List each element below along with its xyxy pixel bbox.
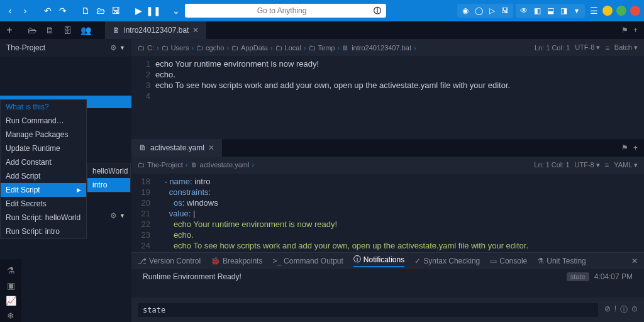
- close-panel-icon[interactable]: ✕: [631, 257, 638, 265]
- indent-icon[interactable]: ≡: [605, 44, 609, 52]
- cursor-position[interactable]: Ln: 1 Col: 1: [534, 161, 569, 169]
- encoding[interactable]: UTF-8 ▾: [575, 43, 600, 52]
- ctx-manage-packages[interactable]: Manage Packages: [1, 128, 86, 142]
- ctx-what-is-this[interactable]: What is this?: [1, 100, 86, 114]
- bottom-tab-version-control[interactable]: ⎇ Version Control: [138, 257, 201, 265]
- database-icon[interactable]: 🗄: [63, 25, 72, 35]
- bottom-tab-unit-testing[interactable]: ⚗ Unit Testing: [537, 257, 586, 265]
- editor-1[interactable]: 1echo Your runtime environment is now re…: [131, 56, 644, 138]
- ctx-run-helloworld[interactable]: Run Script: helloWorld: [1, 211, 86, 225]
- settings-icon[interactable]: ⊙: [631, 304, 638, 315]
- flag-icon[interactable]: ⚑: [621, 143, 628, 152]
- code-line[interactable]: 3echo To see how scripts work and add yo…: [131, 80, 644, 91]
- bottom-panel-tabs: ⎇ Version Control🐞 Breakpoints>_ Command…: [131, 252, 644, 269]
- bottom-tab-notifications[interactable]: ⓘ Notifications: [353, 254, 404, 267]
- chevron-down-icon[interactable]: ▼: [119, 213, 125, 219]
- crumb[interactable]: C:: [147, 44, 154, 52]
- encoding[interactable]: UTF-8 ▾: [575, 161, 600, 169]
- info-icon[interactable]: ⓘ: [620, 304, 628, 315]
- gear-icon[interactable]: ⚙: [110, 43, 117, 52]
- tab-intro-bat[interactable]: 🗎 intro240123407.bat ✕: [105, 21, 206, 39]
- code-line[interactable]: 18 - name: intro: [131, 176, 644, 187]
- record-icon[interactable]: ◉: [460, 5, 471, 16]
- gear-icon[interactable]: ⚙: [110, 211, 117, 220]
- play-macro-icon[interactable]: ▷: [486, 5, 497, 16]
- back-icon[interactable]: ‹: [4, 4, 16, 17]
- code-icon[interactable]: 🗎: [45, 25, 54, 35]
- maximize-icon[interactable]: [616, 6, 626, 16]
- submenu-intro[interactable]: intro: [87, 178, 130, 192]
- cursor-position[interactable]: Ln: 1 Col: 1: [535, 44, 570, 52]
- panel-right-icon[interactable]: ◨: [558, 5, 569, 16]
- minimize-icon[interactable]: [602, 6, 613, 16]
- stop-record-icon[interactable]: ◯: [473, 5, 484, 16]
- submenu-helloworld[interactable]: helloWorld: [87, 164, 130, 178]
- command-input[interactable]: [138, 303, 598, 317]
- indent-icon[interactable]: ≡: [605, 161, 609, 169]
- menu-icon[interactable]: ☰: [587, 4, 600, 17]
- tab-bar: + 🗁 🗎 🗄 👥 🗎 intro240123407.bat ✕ ⚑ +: [0, 21, 644, 39]
- files-icon[interactable]: 🗁: [28, 25, 36, 35]
- undo-icon[interactable]: ↶: [42, 4, 54, 17]
- close-tab-icon[interactable]: ✕: [208, 143, 214, 152]
- code-line[interactable]: 24 echo To see how scripts work and add …: [131, 240, 644, 251]
- ctx-add-script[interactable]: Add Script: [1, 169, 86, 183]
- terminal-icon[interactable]: ▣: [4, 279, 17, 292]
- code-line[interactable]: 20 os: windows: [131, 197, 644, 208]
- ctx-edit-secrets[interactable]: Edit Secrets: [1, 197, 86, 211]
- folder-icon: 🗀: [309, 44, 316, 52]
- flag-icon[interactable]: ⚑: [621, 26, 628, 35]
- clear-icon[interactable]: ⊘: [604, 304, 611, 315]
- ctx-edit-script[interactable]: Edit Script▶: [1, 183, 86, 197]
- new-file-icon[interactable]: 🗋: [79, 4, 92, 17]
- save-icon[interactable]: 🖫: [109, 4, 122, 17]
- close-tab-icon[interactable]: ✕: [192, 26, 199, 35]
- code-line[interactable]: 21 value: |: [131, 208, 644, 219]
- error-icon[interactable]: !: [614, 304, 616, 315]
- code-line[interactable]: 22 echo Your runtime environment is now …: [131, 219, 644, 230]
- open-file-icon[interactable]: 🗁: [94, 4, 107, 17]
- eye-icon[interactable]: 👁: [518, 5, 530, 16]
- panel-left-icon[interactable]: ◧: [531, 5, 543, 16]
- code-line[interactable]: 19 constraints:: [131, 187, 644, 197]
- tab-activestate-yaml[interactable]: 🗎 activestate.yaml ✕: [131, 139, 222, 157]
- pause-icon[interactable]: ❚❚: [147, 4, 160, 17]
- forward-icon[interactable]: ›: [19, 4, 31, 17]
- add-icon[interactable]: +: [633, 26, 638, 35]
- code-line[interactable]: 2echo.: [131, 69, 644, 80]
- snowflake-icon[interactable]: ❄: [4, 309, 17, 322]
- users-icon[interactable]: 👥: [80, 25, 91, 35]
- chart-icon[interactable]: 📈: [4, 294, 17, 307]
- code-line[interactable]: 1echo Your runtime environment is now re…: [131, 58, 644, 69]
- code-line[interactable]: 4: [131, 91, 644, 101]
- redo-icon[interactable]: ↷: [57, 4, 69, 17]
- ctx-run-intro[interactable]: Run Script: intro: [1, 225, 86, 238]
- bottom-tab-breakpoints[interactable]: 🐞 Breakpoints: [211, 257, 262, 265]
- dropdown-icon[interactable]: ⌄: [170, 4, 182, 17]
- layout-dropdown-icon[interactable]: ▾: [571, 5, 582, 16]
- project-header[interactable]: The-Project ⚙ ▼: [0, 39, 131, 57]
- search-box[interactable]: ⓘ: [185, 4, 386, 18]
- editor-2[interactable]: 18 - name: intro19 constraints:20 os: wi…: [131, 174, 644, 252]
- close-window-icon[interactable]: [630, 6, 640, 16]
- language-mode[interactable]: YAML ▾: [614, 161, 638, 169]
- language-mode[interactable]: Batch ▾: [614, 43, 638, 52]
- bottom-tab-syntax-checking[interactable]: ✓ Syntax Checking: [414, 257, 480, 265]
- bottom-tab-command-output[interactable]: >_ Command Output: [272, 257, 343, 265]
- info-icon[interactable]: ⓘ: [374, 6, 381, 16]
- ctx-run-command[interactable]: Run Command…: [1, 114, 86, 128]
- search-input[interactable]: [190, 6, 374, 15]
- code-line[interactable]: 23 echo.: [131, 230, 644, 240]
- ctx-update-runtime[interactable]: Update Runtime: [1, 142, 86, 155]
- flask-icon[interactable]: ⚗: [4, 264, 17, 277]
- panel-bottom-icon[interactable]: ⬓: [545, 5, 556, 16]
- chevron-down-icon[interactable]: ▼: [119, 45, 125, 51]
- add-icon[interactable]: +: [633, 143, 638, 152]
- save-macro-icon[interactable]: 🖫: [499, 5, 511, 16]
- new-tab-icon[interactable]: +: [0, 25, 19, 36]
- tab-icon: ✓: [414, 257, 421, 265]
- notification-badge: state: [567, 272, 589, 281]
- play-icon[interactable]: ▶: [132, 4, 145, 17]
- bottom-tab-console[interactable]: ▭ Console: [490, 257, 527, 265]
- ctx-add-constant[interactable]: Add Constant: [1, 155, 86, 169]
